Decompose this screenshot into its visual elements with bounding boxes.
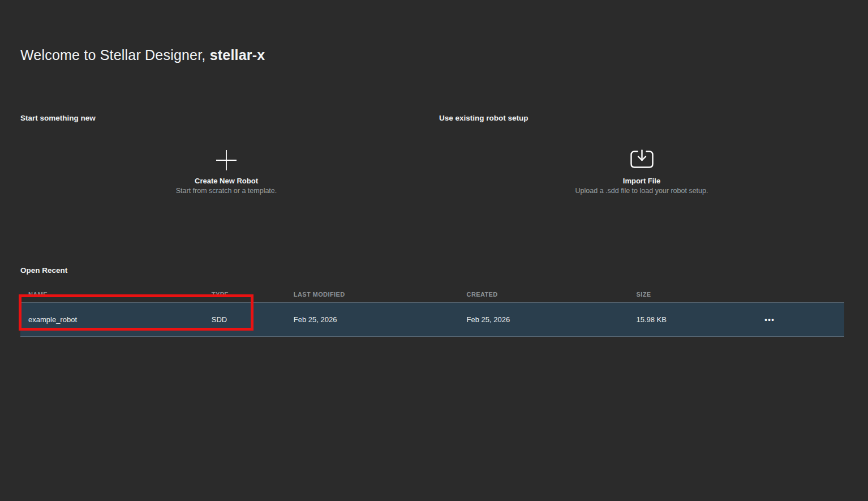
column-header-type: TYPE — [212, 291, 294, 298]
column-header-name: NAME — [20, 291, 212, 298]
recent-files-table: NAME TYPE LAST MODIFIED CREATED SIZE exa… — [20, 286, 844, 337]
create-new-robot-label: Create New Robot — [176, 177, 277, 185]
section-use-existing-setup: Use existing robot setup Import File Upl… — [432, 114, 844, 195]
section-start-something-new: Start something new Create New Robot Sta… — [20, 114, 432, 195]
page-title-username: stellar-x — [210, 47, 265, 63]
import-file-description: Upload a .sdd file to load your robot se… — [575, 187, 708, 195]
create-new-robot-description: Start from scratch or a template. — [176, 187, 277, 195]
column-header-last-modified: LAST MODIFIED — [294, 291, 467, 298]
page-title-prefix: Welcome to Stellar Designer, — [20, 47, 210, 63]
create-new-robot-button[interactable]: Create New Robot Start from scratch or a… — [176, 149, 277, 195]
row-actions-menu-button[interactable]: ••• — [762, 312, 777, 327]
cell-actions: ••• — [762, 312, 844, 327]
plus-icon — [176, 149, 277, 172]
cell-name: example_robot — [20, 315, 212, 324]
cell-type: SDD — [212, 315, 294, 324]
open-recent-heading: Open Recent — [20, 266, 844, 275]
import-file-button[interactable]: Import File Upload a .sdd file to load y… — [575, 149, 708, 195]
cell-size: 15.98 KB — [636, 315, 762, 324]
import-file-label: Import File — [575, 177, 708, 185]
cell-last-modified: Feb 25, 2026 — [294, 315, 467, 324]
section-heading-existing: Use existing robot setup — [439, 114, 844, 122]
recent-file-row[interactable]: example_robot SDD Feb 25, 2026 Feb 25, 2… — [20, 302, 844, 337]
import-download-icon — [575, 149, 708, 172]
column-header-size: SIZE — [636, 291, 762, 298]
action-sections: Start something new Create New Robot Sta… — [20, 114, 844, 195]
welcome-screen: Welcome to Stellar Designer, stellar-x S… — [0, 47, 868, 337]
cell-created: Feb 25, 2026 — [467, 315, 637, 324]
column-header-created: CREATED — [467, 291, 637, 298]
open-recent-section: Open Recent NAME TYPE LAST MODIFIED CREA… — [20, 266, 844, 337]
table-header-row: NAME TYPE LAST MODIFIED CREATED SIZE — [20, 286, 844, 302]
page-title: Welcome to Stellar Designer, stellar-x — [20, 47, 844, 63]
section-heading-start-new: Start something new — [20, 114, 432, 122]
